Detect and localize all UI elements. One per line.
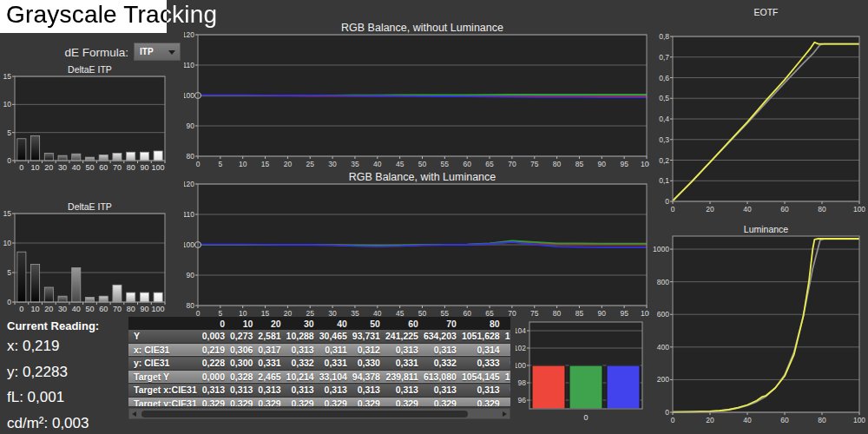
- column-header: 0: [202, 317, 230, 330]
- svg-text:96: 96: [518, 396, 527, 404]
- current-reading-heading: Current Reading:: [7, 319, 128, 332]
- svg-text:10: 10: [31, 305, 40, 313]
- row-label: Target y:CIE31: [128, 397, 202, 406]
- deltae-bottom-chart[interactable]: 0510150102030405060708090100DeltaE ITP: [0, 200, 178, 314]
- svg-text:80: 80: [818, 205, 826, 214]
- reading-fl: fL: 0,001: [7, 389, 128, 406]
- svg-text:800: 800: [657, 278, 669, 286]
- table-cell: 0,313: [424, 384, 462, 398]
- deltae-bottom-svg: 0510150102030405060708090100DeltaE ITP: [0, 200, 178, 314]
- table-row: x: CIE310,2190,3060,3170,3130,3110,3120,…: [128, 343, 510, 357]
- table-cell: 30,465: [319, 330, 352, 343]
- rgb-balance-without-luminance-chart[interactable]: 8090100110120051015202530354045505560657…: [184, 17, 649, 172]
- svg-text:30: 30: [58, 305, 67, 313]
- table-cell: 0,273: [230, 330, 258, 343]
- svg-text:80: 80: [127, 163, 135, 172]
- de-formula-value: ITP: [140, 47, 154, 56]
- svg-text:110: 110: [184, 210, 194, 219]
- svg-text:120: 120: [184, 180, 194, 188]
- table-cell: 1051,628: [462, 330, 505, 343]
- row-label: Y: [128, 330, 202, 343]
- svg-text:EOTF: EOTF: [754, 7, 779, 17]
- table-cell: 0,000: [202, 370, 230, 384]
- luminance-chart[interactable]: 02004006008001000020406080100Luminance: [653, 217, 866, 432]
- svg-text:20: 20: [706, 205, 714, 214]
- svg-text:Luminance: Luminance: [744, 224, 789, 234]
- svg-text:30: 30: [58, 163, 67, 172]
- table-cell: 1054,145: [462, 370, 505, 384]
- svg-text:0,7: 0,7: [659, 53, 669, 62]
- table-cell: 0,313: [202, 384, 230, 398]
- table-cell: 10,214: [286, 370, 319, 384]
- rgb-balance-no-lum-svg: 8090100110120051015202530354045505560657…: [184, 17, 649, 172]
- table-cell: 0,329: [258, 397, 286, 406]
- table-cell: 33,104: [319, 370, 352, 384]
- eotf-chart[interactable]: 00,10,20,30,40,50,60,70,8020406080100EOT…: [653, 5, 866, 217]
- table-cell: 0,003: [202, 330, 230, 343]
- svg-text:600: 600: [657, 310, 669, 319]
- svg-text:DeltaE ITP: DeltaE ITP: [68, 64, 112, 75]
- reading-y: y: 0,2283: [7, 364, 128, 381]
- svg-text:40: 40: [72, 163, 81, 172]
- svg-text:90: 90: [187, 122, 195, 130]
- svg-text:70: 70: [113, 305, 122, 313]
- svg-text:60: 60: [99, 163, 108, 172]
- reading-x: x: 0,219: [7, 338, 128, 355]
- table-cell: 0,332: [286, 357, 319, 371]
- svg-text:100: 100: [184, 91, 194, 100]
- scroll-right-icon[interactable]: [503, 411, 507, 417]
- svg-text:0: 0: [665, 197, 669, 206]
- table-row: Target y:CIE310,3290,3290,3290,3290,3290…: [128, 397, 510, 406]
- svg-text:1000: 1000: [653, 245, 669, 253]
- svg-text:RGB Balance, with Luminance: RGB Balance, with Luminance: [349, 171, 496, 183]
- red-bar: [532, 365, 565, 409]
- column-header: 10: [230, 317, 258, 330]
- table-cell: 0,331: [385, 357, 424, 371]
- table-scrollbar[interactable]: [128, 408, 510, 419]
- table-cell: 0,329: [319, 397, 352, 406]
- table-cell: 0,333: [462, 357, 505, 371]
- table-cell: 0,314: [462, 343, 505, 357]
- results-table[interactable]: 0102030405060708090Y0,0030,2732,58110,28…: [128, 317, 510, 406]
- table-cell: 0,300: [230, 357, 258, 371]
- svg-text:0,8: 0,8: [659, 32, 669, 41]
- svg-text:0,4: 0,4: [659, 115, 669, 123]
- svg-text:0,6: 0,6: [659, 74, 669, 82]
- svg-text:200: 200: [657, 375, 669, 384]
- rgb-bars-chart[interactable]: 96981001021040: [516, 316, 649, 432]
- scrollbar-thumb[interactable]: [141, 411, 468, 418]
- green-bar: [569, 365, 602, 409]
- table-cell: 0,329: [286, 397, 319, 406]
- deltae-top-chart[interactable]: 0510150102030405060708090100DeltaE ITP: [0, 62, 178, 174]
- svg-text:100: 100: [152, 163, 165, 172]
- svg-text:0: 0: [583, 413, 588, 422]
- table-cell: 0,313: [462, 384, 505, 398]
- rgb-balance-lum-svg: 8090100110120051015202530354045505560657…: [184, 167, 649, 323]
- table-cell: 0,330: [352, 357, 385, 371]
- svg-text:60: 60: [780, 416, 789, 424]
- svg-text:20: 20: [706, 416, 714, 424]
- table-cell: 0,313: [385, 343, 424, 357]
- table-cell: 0,313: [424, 343, 462, 357]
- table-cell: 0,329: [424, 397, 462, 406]
- svg-text:70: 70: [113, 163, 122, 172]
- column-header: 70: [424, 317, 462, 330]
- deltae-top-svg: 0510150102030405060708090100DeltaE ITP: [0, 62, 178, 174]
- de-formula-dropdown[interactable]: ITP: [134, 43, 181, 61]
- column-header: 80: [462, 317, 505, 330]
- svg-text:5: 5: [7, 268, 11, 277]
- svg-text:0: 0: [7, 298, 11, 306]
- svg-text:80: 80: [187, 152, 195, 161]
- table-cell: 93,731: [352, 330, 385, 343]
- table-cell: 0,313: [286, 343, 319, 357]
- scroll-left-icon[interactable]: [132, 411, 136, 417]
- table-cell: 239,811: [385, 370, 424, 384]
- de-formula-label: dE Formula:: [26, 46, 128, 59]
- table-row: y: CIE310,2280,3000,3310,3320,3310,3300,…: [128, 357, 510, 371]
- svg-text:98: 98: [518, 378, 527, 387]
- svg-text:0: 0: [19, 305, 23, 313]
- svg-text:0,2: 0,2: [659, 156, 669, 165]
- rgb-balance-with-luminance-chart[interactable]: 8090100110120051015202530354045505560657…: [184, 167, 649, 323]
- svg-text:90: 90: [140, 305, 148, 313]
- svg-text:110: 110: [184, 61, 194, 69]
